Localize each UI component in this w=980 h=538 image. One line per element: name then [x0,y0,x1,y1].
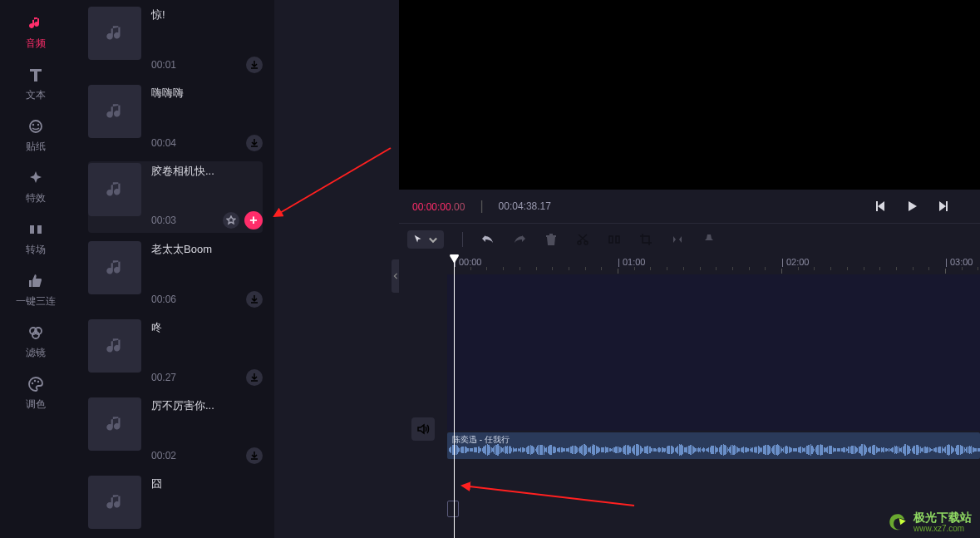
download-button[interactable] [246,369,263,386]
palette-icon [27,375,45,393]
right-panel: 00:00:00.00 | 00:04:38.17 [399,0,980,538]
sidebar-item-onekey[interactable]: 一键三连 [0,264,71,316]
sidebar-item-color[interactable]: 调色 [0,368,71,419]
mute-track-button[interactable] [411,417,435,441]
audio-item[interactable]: 嗨嗨嗨 00:04 [88,83,263,155]
sidebar: 音频文本贴纸特效转场一键三连滤镜调色 [0,0,71,538]
audio-list-panel: 惊! 00:01 嗨嗨嗨 00:04 胶卷相机快... 00:03 + 老太太B… [71,0,274,538]
sidebar-item-filter[interactable]: 滤镜 [0,316,71,368]
sticker-icon [27,117,45,136]
timeline-ruler[interactable]: | 00:00| 01:00| 02:00| 03:00 [447,254,980,274]
timeline-track-headers [399,254,447,538]
transition-icon [27,220,45,239]
download-button[interactable] [246,135,263,151]
undo-button[interactable] [481,233,495,246]
audio-duration: 00:01 [151,59,176,71]
timecode-current: 00:00:00.00 [412,199,465,214]
timeline-toolbar [399,223,980,254]
watermark: 极光下载站 www.xz7.com [887,511,972,533]
prev-button[interactable] [874,200,887,213]
sidebar-item-label: 特效 [26,191,46,205]
sidebar-item-label: 滤镜 [26,346,46,360]
split-button[interactable] [608,233,621,246]
mirror-button[interactable] [671,233,684,246]
pin-button[interactable] [702,233,716,246]
text-icon [27,66,45,84]
svg-point-0 [30,121,42,132]
svg-line-11 [274,148,391,216]
empty-clip-marker[interactable] [447,501,459,517]
download-button[interactable] [246,447,263,464]
audio-thumbnail [88,7,141,60]
sidebar-item-label: 转场 [26,243,46,257]
delete-button[interactable] [544,233,558,246]
video-track[interactable] [447,274,980,431]
audio-duration: 00:06 [151,294,176,305]
sidebar-item-label: 音频 [26,37,46,51]
audio-clip[interactable]: 陈奕迅 - 任我行 [447,432,980,459]
chevron-down-icon [427,234,439,245]
sidebar-item-audio[interactable]: 音频 [0,7,71,58]
sidebar-item-transition[interactable]: 转场 [0,213,71,264]
sidebar-item-text[interactable]: 文本 [0,58,71,110]
timecode-separator: | [480,199,483,214]
audio-title: 老太太Boom [151,243,263,256]
next-button[interactable] [937,200,950,213]
audio-thumbnail [88,163,141,216]
timecode-total: 00:04:38.17 [499,200,551,212]
watermark-title: 极光下载站 [914,511,972,524]
sidebar-item-effect[interactable]: 特效 [0,161,71,213]
ruler-tick: | 03:00 [945,257,973,267]
audio-thumbnail [88,319,141,373]
playhead[interactable] [454,254,455,538]
svg-line-16 [462,486,634,506]
audio-item[interactable]: 厉不厉害你... 00:02 [88,396,263,467]
svg-rect-3 [30,225,34,234]
timeline: | 00:00| 01:00| 02:00| 03:00 陈奕迅 - 任我行 [399,254,980,538]
audio-duration: 00:03 [151,215,176,226]
audio-title: 咚 [151,321,263,334]
svg-point-8 [32,383,33,384]
sparkle-icon [27,169,45,187]
sidebar-item-sticker[interactable]: 贴纸 [0,110,71,161]
svg-point-2 [37,124,39,126]
audio-item[interactable]: 惊! 00:01 [88,5,263,77]
audio-item[interactable]: 囧 [88,474,263,538]
video-preview [399,0,980,190]
ruler-tick: | 00:00 [454,257,481,267]
ruler-tick: | 01:00 [618,257,645,267]
sidebar-item-label: 文本 [26,88,46,102]
svg-point-9 [34,380,36,382]
redo-button[interactable] [513,233,526,246]
audio-thumbnail [88,397,141,451]
sidebar-item-label: 贴纸 [26,140,46,154]
crop-button[interactable] [639,233,653,246]
ruler-tick: | 02:00 [781,257,809,267]
audio-item[interactable]: 老太太Boom 00:06 [88,239,263,311]
favorite-button[interactable] [223,212,239,229]
audio-thumbnail [88,476,141,529]
waveform [447,442,980,457]
timeline-tracks-area[interactable]: | 00:00| 01:00| 02:00| 03:00 陈奕迅 - 任我行 [447,254,980,538]
audio-title: 惊! [151,8,263,22]
selection-tool[interactable] [407,230,444,249]
audio-item[interactable]: 咚 00.27 [88,318,263,389]
sidebar-item-label: 调色 [26,397,46,412]
music-icon [27,14,45,32]
audio-title: 胶卷相机快... [151,165,263,178]
audio-duration: 00:02 [151,450,176,461]
add-to-timeline-button[interactable]: + [244,211,263,230]
playback-bar: 00:00:00.00 | 00:04:38.17 [399,190,980,223]
svg-point-1 [32,124,34,126]
cut-button[interactable] [576,233,589,246]
svg-rect-15 [616,236,619,243]
download-button[interactable] [246,57,263,73]
watermark-url: www.xz7.com [914,524,972,533]
sidebar-item-label: 一键三连 [16,294,56,308]
audio-duration: 00.27 [151,372,176,383]
download-button[interactable] [246,291,263,308]
svg-rect-14 [609,236,613,243]
audio-title: 囧 [151,477,263,491]
play-button[interactable] [905,200,918,213]
audio-item[interactable]: 胶卷相机快... 00:03 + [88,161,263,233]
